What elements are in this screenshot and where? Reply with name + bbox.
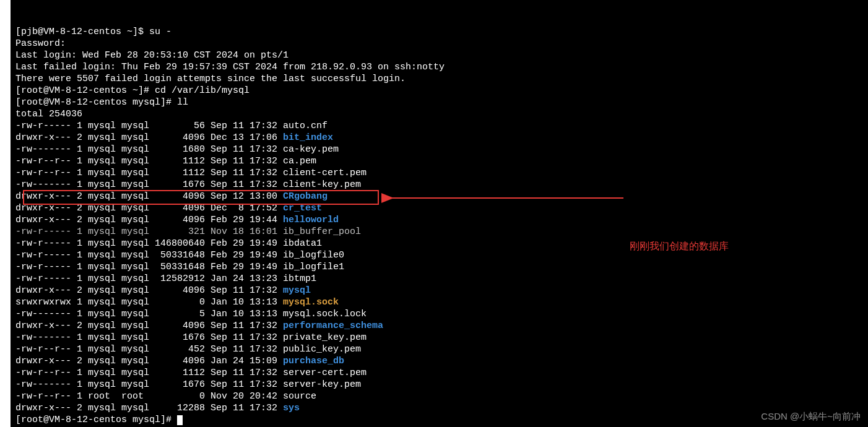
terminal-line: -rw-r----- 1 mysql mysql 56 Sep 11 17:32… (15, 120, 863, 132)
terminal-text: -rw------- 1 mysql mysql 5 Jan 10 13:13 … (15, 309, 367, 319)
terminal-line: total 254036 (15, 108, 863, 120)
terminal-text: -rw-r----- 1 mysql mysql 12582912 Jan 24… (15, 274, 316, 284)
terminal-line: -rw-r--r-- 1 mysql mysql 1112 Sep 11 17:… (15, 155, 863, 167)
terminal-text: -rw-r--r-- 1 mysql mysql 1112 Sep 11 17:… (15, 156, 316, 166)
terminal-text: -rw-r----- 1 mysql mysql 146800640 Feb 2… (15, 238, 322, 249)
terminal-text: drwxr-x--- 2 mysql mysql 4096 Sep 11 17:… (15, 285, 283, 296)
terminal-line: drwxr-x--- 2 mysql mysql 12288 Sep 11 17… (15, 402, 863, 414)
terminal-text: srwxrwxrwx 1 mysql mysql 0 Jan 10 13:13 (15, 297, 283, 308)
terminal-line: Last login: Wed Feb 28 20:53:10 CST 2024… (15, 50, 863, 61)
terminal-text: drwxr-x--- 2 mysql mysql 4096 Sep 12 13:… (15, 191, 283, 202)
annotation-label: 刚刚我们创建的数据库 (630, 240, 729, 252)
terminal-output: [pjb@VM-8-12-centos ~]$ su -Password:Las… (15, 26, 863, 426)
terminal-line: srwxrwxrwx 1 mysql mysql 0 Jan 10 13:13 … (15, 296, 863, 308)
terminal-line: [pjb@VM-8-12-centos ~]$ su - (15, 26, 863, 38)
terminal-line: -rw-r--r-- 1 mysql mysql 1112 Sep 11 17:… (15, 167, 863, 179)
terminal-text: sys (283, 403, 300, 413)
terminal-text: -rw-r----- 1 mysql mysql 50331648 Feb 29… (15, 262, 344, 272)
terminal-text: -rw------- 1 mysql mysql 1680 Sep 11 17:… (15, 144, 339, 155)
terminal-text: -rw-r----- 1 mysql mysql 321 Nov 18 16:0… (15, 226, 361, 237)
terminal-line: drwxr-x--- 2 mysql mysql 4096 Dec 13 17:… (15, 132, 863, 144)
terminal-line: [root@VM-8-12-centos ~]# cd /var/lib/mys… (15, 85, 863, 97)
terminal-text: cr_test (283, 203, 322, 214)
terminal-line: -rw-r--r-- 1 root root 0 Nov 20 20:42 so… (15, 390, 863, 402)
terminal-line: drwxr-x--- 2 mysql mysql 4096 Feb 29 19:… (15, 214, 863, 226)
terminal-line: [root@VM-8-12-centos mysql]# ll (15, 97, 863, 108)
terminal-line: -rw-r----- 1 mysql mysql 50331648 Feb 29… (15, 249, 863, 261)
terminal-text: There were 5507 failed login attempts si… (15, 74, 406, 84)
terminal-text: -rw-r--r-- 1 mysql mysql 1112 Sep 11 17:… (15, 368, 367, 378)
terminal-text: [root@VM-8-12-centos mysql]# ll (15, 97, 188, 108)
terminal-text: -rw-r--r-- 1 mysql mysql 452 Sep 11 17:3… (15, 344, 361, 355)
terminal-text: mysql.sock (283, 297, 339, 308)
terminal-window[interactable]: [pjb@VM-8-12-centos ~]$ su -Password:Las… (11, 0, 868, 427)
terminal-text: performance_schema (283, 321, 383, 331)
terminal-line: There were 5507 failed login attempts si… (15, 73, 863, 85)
terminal-text: drwxr-x--- 2 mysql mysql 4096 Jan 24 15:… (15, 356, 283, 366)
cursor (177, 415, 183, 425)
terminal-line: -rw-r----- 1 mysql mysql 12582912 Jan 24… (15, 273, 863, 285)
terminal-text: drwxr-x--- 2 mysql mysql 4096 Feb 29 19:… (15, 215, 283, 225)
terminal-line: -rw-r----- 1 mysql mysql 321 Nov 18 16:0… (15, 226, 863, 238)
terminal-text: Last login: Wed Feb 28 20:53:10 CST 2024… (15, 50, 289, 61)
terminal-text: [root@VM-8-12-centos mysql]# (15, 415, 177, 425)
terminal-line: -rw-r--r-- 1 mysql mysql 1112 Sep 11 17:… (15, 367, 863, 379)
left-strip (0, 0, 11, 427)
terminal-text: total 254036 (15, 109, 82, 119)
terminal-line: drwxr-x--- 2 mysql mysql 4096 Sep 12 13:… (15, 191, 863, 202)
terminal-text: drwxr-x--- 2 mysql mysql 4096 Dec 13 17:… (15, 132, 283, 143)
terminal-text: -rw-r----- 1 mysql mysql 50331648 Feb 29… (15, 250, 344, 261)
terminal-text: drwxr-x--- 2 mysql mysql 12288 Sep 11 17… (15, 403, 283, 413)
terminal-text: Last failed login: Thu Feb 29 19:57:39 C… (15, 62, 445, 72)
watermark: CSDN @小蜗牛~向前冲 (761, 410, 861, 422)
terminal-text: [pjb@VM-8-12-centos ~]$ su - (15, 27, 171, 37)
terminal-line: -rw-r----- 1 mysql mysql 146800640 Feb 2… (15, 238, 863, 249)
terminal-text: bit_index (283, 132, 333, 143)
terminal-line: [root@VM-8-12-centos mysql]# (15, 414, 863, 426)
terminal-line: Last failed login: Thu Feb 29 19:57:39 C… (15, 61, 863, 73)
terminal-line: drwxr-x--- 2 mysql mysql 4096 Sep 11 17:… (15, 285, 863, 296)
terminal-line: Password: (15, 38, 863, 50)
terminal-text: -rw------- 1 mysql mysql 1676 Sep 11 17:… (15, 332, 367, 343)
terminal-line: -rw-r--r-- 1 mysql mysql 452 Sep 11 17:3… (15, 343, 863, 355)
terminal-text: -rw-r--r-- 1 root root 0 Nov 20 20:42 so… (15, 391, 316, 402)
terminal-line: -rw------- 1 mysql mysql 1676 Sep 11 17:… (15, 179, 863, 191)
terminal-text: purchase_db (283, 356, 344, 366)
terminal-text: -rw-r--r-- 1 mysql mysql 1112 Sep 11 17:… (15, 168, 367, 178)
terminal-text: drwxr-x--- 2 mysql mysql 4096 Dec 8 17:5… (15, 203, 283, 214)
terminal-line: drwxr-x--- 2 mysql mysql 4096 Sep 11 17:… (15, 320, 863, 332)
terminal-line: -rw------- 1 mysql mysql 5 Jan 10 13:13 … (15, 308, 863, 320)
terminal-text: -rw------- 1 mysql mysql 1676 Sep 11 17:… (15, 379, 361, 390)
terminal-line: -rw------- 1 mysql mysql 1680 Sep 11 17:… (15, 144, 863, 155)
terminal-text: -rw------- 1 mysql mysql 1676 Sep 11 17:… (15, 179, 361, 190)
terminal-text: mysql (283, 285, 311, 296)
terminal-text: Password: (15, 38, 66, 49)
terminal-text: -rw-r----- 1 mysql mysql 56 Sep 11 17:32… (15, 121, 328, 131)
terminal-text: [root@VM-8-12-centos ~]# cd /var/lib/mys… (15, 85, 250, 96)
terminal-line: drwxr-x--- 2 mysql mysql 4096 Jan 24 15:… (15, 355, 863, 367)
terminal-line: -rw------- 1 mysql mysql 1676 Sep 11 17:… (15, 332, 863, 343)
terminal-text: helloworld (283, 215, 339, 225)
terminal-text: drwxr-x--- 2 mysql mysql 4096 Sep 11 17:… (15, 321, 283, 331)
terminal-line: drwxr-x--- 2 mysql mysql 4096 Dec 8 17:5… (15, 202, 863, 214)
terminal-text: CRgobang (283, 191, 328, 202)
terminal-line: -rw------- 1 mysql mysql 1676 Sep 11 17:… (15, 379, 863, 390)
terminal-line: -rw-r----- 1 mysql mysql 50331648 Feb 29… (15, 261, 863, 273)
